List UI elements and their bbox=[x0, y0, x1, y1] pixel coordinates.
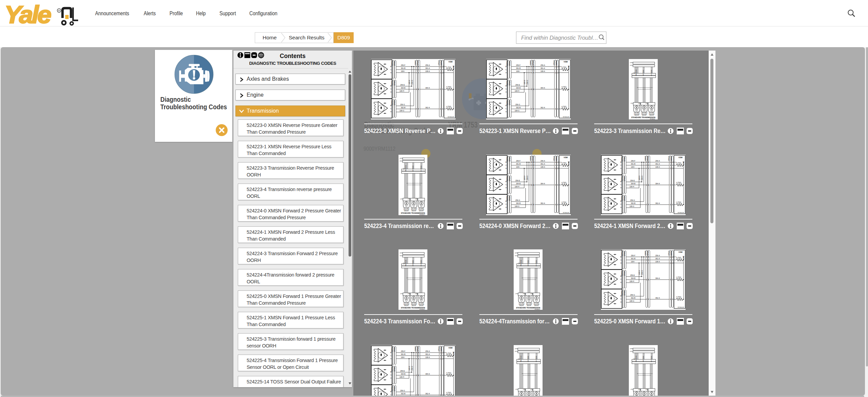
svg-text:R: R bbox=[58, 9, 60, 12]
svg-text:Yale: Yale bbox=[5, 3, 51, 26]
